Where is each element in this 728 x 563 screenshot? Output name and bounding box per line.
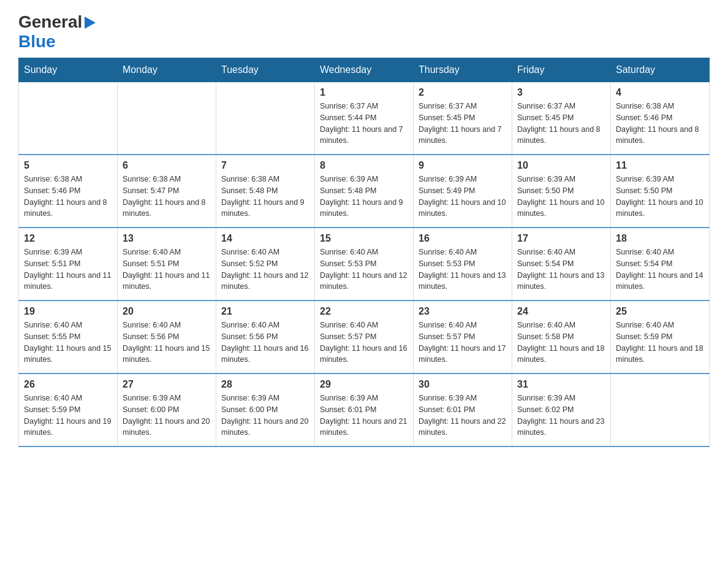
- day-info: Sunrise: 6:39 AM Sunset: 5:50 PM Dayligh…: [616, 174, 704, 220]
- calendar-cell: 20Sunrise: 6:40 AM Sunset: 5:56 PM Dayli…: [118, 301, 216, 373]
- calendar-cell: 31Sunrise: 6:39 AM Sunset: 6:02 PM Dayli…: [512, 373, 611, 446]
- calendar-table: SundayMondayTuesdayWednesdayThursdayFrid…: [18, 58, 710, 447]
- day-number: 31: [517, 379, 605, 390]
- day-info: Sunrise: 6:39 AM Sunset: 5:48 PM Dayligh…: [320, 174, 408, 220]
- day-number: 25: [616, 306, 704, 317]
- calendar-cell: 11Sunrise: 6:39 AM Sunset: 5:50 PM Dayli…: [611, 155, 710, 228]
- day-info: Sunrise: 6:40 AM Sunset: 5:51 PM Dayligh…: [123, 247, 211, 293]
- weekday-header-sunday: Sunday: [19, 58, 118, 82]
- calendar-cell: 1Sunrise: 6:37 AM Sunset: 5:44 PM Daylig…: [315, 82, 414, 155]
- day-info: Sunrise: 6:40 AM Sunset: 5:52 PM Dayligh…: [221, 247, 309, 293]
- weekday-header-saturday: Saturday: [611, 58, 710, 82]
- calendar-cell: 13Sunrise: 6:40 AM Sunset: 5:51 PM Dayli…: [118, 228, 216, 301]
- calendar-cell: 30Sunrise: 6:39 AM Sunset: 6:01 PM Dayli…: [414, 373, 512, 446]
- logo: General Blue: [18, 12, 97, 52]
- page-header: General Blue: [18, 12, 710, 52]
- calendar-cell: 12Sunrise: 6:39 AM Sunset: 5:51 PM Dayli…: [19, 228, 118, 301]
- weekday-header-friday: Friday: [512, 58, 611, 82]
- day-info: Sunrise: 6:40 AM Sunset: 5:59 PM Dayligh…: [616, 320, 704, 366]
- weekday-header-row: SundayMondayTuesdayWednesdayThursdayFrid…: [19, 58, 710, 82]
- day-number: 22: [320, 306, 408, 317]
- day-info: Sunrise: 6:39 AM Sunset: 5:49 PM Dayligh…: [419, 174, 507, 220]
- day-number: 3: [517, 87, 605, 98]
- calendar-cell: 9Sunrise: 6:39 AM Sunset: 5:49 PM Daylig…: [414, 155, 512, 228]
- day-number: 29: [320, 379, 408, 390]
- day-info: Sunrise: 6:39 AM Sunset: 5:50 PM Dayligh…: [517, 174, 605, 220]
- logo-triangle-icon: [85, 17, 96, 29]
- calendar-cell: 3Sunrise: 6:37 AM Sunset: 5:45 PM Daylig…: [512, 82, 611, 155]
- day-number: 6: [123, 160, 211, 171]
- day-number: 8: [320, 160, 408, 171]
- day-info: Sunrise: 6:38 AM Sunset: 5:47 PM Dayligh…: [123, 174, 211, 220]
- day-info: Sunrise: 6:38 AM Sunset: 5:48 PM Dayligh…: [221, 174, 309, 220]
- calendar-cell: 22Sunrise: 6:40 AM Sunset: 5:57 PM Dayli…: [315, 301, 414, 373]
- logo-blue-text: Blue: [18, 32, 56, 51]
- day-info: Sunrise: 6:40 AM Sunset: 5:57 PM Dayligh…: [320, 320, 408, 366]
- day-number: 1: [320, 87, 408, 98]
- day-info: Sunrise: 6:38 AM Sunset: 5:46 PM Dayligh…: [24, 174, 112, 220]
- day-number: 19: [24, 306, 112, 317]
- calendar-cell: 28Sunrise: 6:39 AM Sunset: 6:00 PM Dayli…: [216, 373, 315, 446]
- weekday-header-wednesday: Wednesday: [315, 58, 414, 82]
- day-number: 7: [221, 160, 309, 171]
- calendar-cell: 6Sunrise: 6:38 AM Sunset: 5:47 PM Daylig…: [118, 155, 216, 228]
- day-info: Sunrise: 6:37 AM Sunset: 5:45 PM Dayligh…: [419, 101, 507, 147]
- day-number: 17: [517, 233, 605, 244]
- day-number: 10: [517, 160, 605, 171]
- calendar-cell: 7Sunrise: 6:38 AM Sunset: 5:48 PM Daylig…: [216, 155, 315, 228]
- day-number: 26: [24, 379, 112, 390]
- day-info: Sunrise: 6:40 AM Sunset: 5:59 PM Dayligh…: [24, 393, 112, 439]
- day-info: Sunrise: 6:37 AM Sunset: 5:45 PM Dayligh…: [517, 101, 605, 147]
- day-info: Sunrise: 6:40 AM Sunset: 5:56 PM Dayligh…: [221, 320, 309, 366]
- weekday-header-thursday: Thursday: [414, 58, 512, 82]
- day-info: Sunrise: 6:40 AM Sunset: 5:54 PM Dayligh…: [616, 247, 704, 293]
- calendar-cell: 23Sunrise: 6:40 AM Sunset: 5:57 PM Dayli…: [414, 301, 512, 373]
- calendar-cell: 15Sunrise: 6:40 AM Sunset: 5:53 PM Dayli…: [315, 228, 414, 301]
- calendar-cell: [216, 82, 315, 155]
- day-info: Sunrise: 6:39 AM Sunset: 6:01 PM Dayligh…: [419, 393, 507, 439]
- day-info: Sunrise: 6:39 AM Sunset: 6:00 PM Dayligh…: [221, 393, 309, 439]
- calendar-week-row: 19Sunrise: 6:40 AM Sunset: 5:55 PM Dayli…: [19, 301, 710, 373]
- weekday-header-tuesday: Tuesday: [216, 58, 315, 82]
- calendar-body: 1Sunrise: 6:37 AM Sunset: 5:44 PM Daylig…: [19, 82, 710, 447]
- calendar-cell: 25Sunrise: 6:40 AM Sunset: 5:59 PM Dayli…: [611, 301, 710, 373]
- day-info: Sunrise: 6:40 AM Sunset: 5:57 PM Dayligh…: [419, 320, 507, 366]
- calendar-cell: 26Sunrise: 6:40 AM Sunset: 5:59 PM Dayli…: [19, 373, 118, 446]
- calendar-cell: 14Sunrise: 6:40 AM Sunset: 5:52 PM Dayli…: [216, 228, 315, 301]
- weekday-header-monday: Monday: [118, 58, 216, 82]
- calendar-cell: [611, 373, 710, 446]
- day-number: 9: [419, 160, 507, 171]
- calendar-week-row: 5Sunrise: 6:38 AM Sunset: 5:46 PM Daylig…: [19, 155, 710, 228]
- calendar-cell: 8Sunrise: 6:39 AM Sunset: 5:48 PM Daylig…: [315, 155, 414, 228]
- day-number: 20: [123, 306, 211, 317]
- calendar-cell: 19Sunrise: 6:40 AM Sunset: 5:55 PM Dayli…: [19, 301, 118, 373]
- calendar-cell: 21Sunrise: 6:40 AM Sunset: 5:56 PM Dayli…: [216, 301, 315, 373]
- day-info: Sunrise: 6:40 AM Sunset: 5:58 PM Dayligh…: [517, 320, 605, 366]
- calendar-cell: 29Sunrise: 6:39 AM Sunset: 6:01 PM Dayli…: [315, 373, 414, 446]
- calendar-cell: [19, 82, 118, 155]
- calendar-header: SundayMondayTuesdayWednesdayThursdayFrid…: [19, 58, 710, 82]
- day-info: Sunrise: 6:40 AM Sunset: 5:55 PM Dayligh…: [24, 320, 112, 366]
- day-number: 27: [123, 379, 211, 390]
- day-info: Sunrise: 6:40 AM Sunset: 5:54 PM Dayligh…: [517, 247, 605, 293]
- day-number: 28: [221, 379, 309, 390]
- day-info: Sunrise: 6:40 AM Sunset: 5:56 PM Dayligh…: [123, 320, 211, 366]
- calendar-cell: 5Sunrise: 6:38 AM Sunset: 5:46 PM Daylig…: [19, 155, 118, 228]
- calendar-cell: [118, 82, 216, 155]
- calendar-cell: 2Sunrise: 6:37 AM Sunset: 5:45 PM Daylig…: [414, 82, 512, 155]
- day-info: Sunrise: 6:39 AM Sunset: 6:00 PM Dayligh…: [123, 393, 211, 439]
- day-number: 21: [221, 306, 309, 317]
- day-number: 4: [616, 87, 704, 98]
- calendar-week-row: 12Sunrise: 6:39 AM Sunset: 5:51 PM Dayli…: [19, 228, 710, 301]
- calendar-week-row: 1Sunrise: 6:37 AM Sunset: 5:44 PM Daylig…: [19, 82, 710, 155]
- calendar-cell: 27Sunrise: 6:39 AM Sunset: 6:00 PM Dayli…: [118, 373, 216, 446]
- day-number: 11: [616, 160, 704, 171]
- calendar-cell: 17Sunrise: 6:40 AM Sunset: 5:54 PM Dayli…: [512, 228, 611, 301]
- calendar-cell: 10Sunrise: 6:39 AM Sunset: 5:50 PM Dayli…: [512, 155, 611, 228]
- day-number: 13: [123, 233, 211, 244]
- calendar-cell: 18Sunrise: 6:40 AM Sunset: 5:54 PM Dayli…: [611, 228, 710, 301]
- calendar-cell: 4Sunrise: 6:38 AM Sunset: 5:46 PM Daylig…: [611, 82, 710, 155]
- day-number: 30: [419, 379, 507, 390]
- day-info: Sunrise: 6:39 AM Sunset: 6:01 PM Dayligh…: [320, 393, 408, 439]
- day-number: 15: [320, 233, 408, 244]
